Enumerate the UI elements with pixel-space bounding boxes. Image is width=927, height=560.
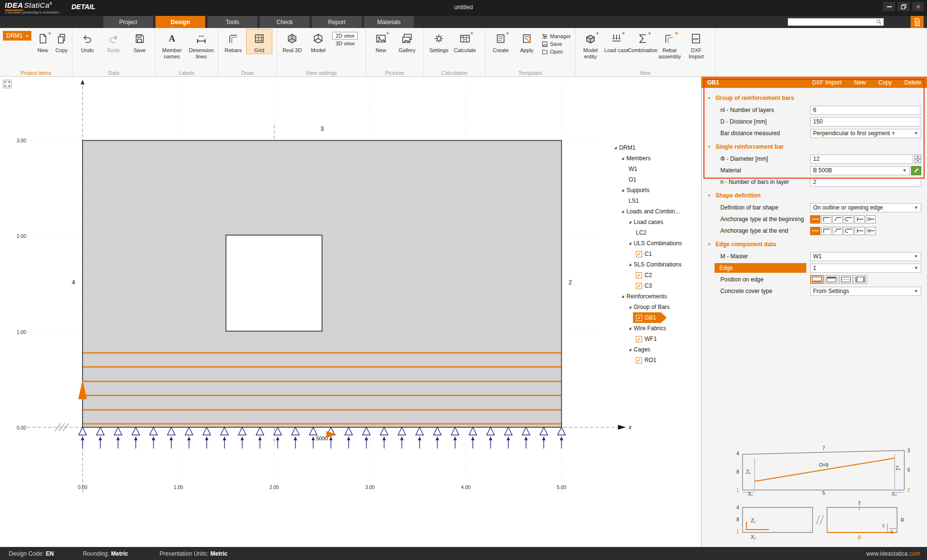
anchorage-hook-135-button[interactable] [832, 227, 843, 235]
tab-tools[interactable]: Tools [208, 16, 257, 28]
tab-design[interactable]: Design [155, 16, 205, 28]
tree-item-cages[interactable]: ◢Cages [611, 344, 650, 355]
tree-item-reinforcements[interactable]: ◢Reinforcements [611, 291, 667, 302]
expand-arrow-icon[interactable]: ◢ [621, 188, 624, 192]
tab-report[interactable]: Report [312, 16, 362, 28]
section-single-reinforcement-bar[interactable]: ▼ Single reinforcement bar [702, 140, 927, 153]
tab-check[interactable]: Check [260, 16, 309, 28]
new-panel-button[interactable]: New [854, 79, 866, 86]
section-edge-component-data[interactable]: ▼ Edge component data [702, 238, 927, 251]
position-top-button[interactable] [825, 275, 838, 284]
anchorage-hook-90-button[interactable] [821, 215, 831, 224]
anchorage-head-button[interactable] [855, 215, 865, 224]
expand-arrow-icon[interactable]: ◢ [629, 305, 631, 309]
anchorage-straight-button[interactable] [810, 227, 820, 235]
dxf-import-panel-button[interactable]: DXF Import [812, 79, 842, 86]
view-3d-button[interactable]: 3D view [332, 40, 358, 47]
search-input[interactable] [788, 19, 876, 25]
edit-material-button[interactable] [911, 166, 921, 175]
grid-button[interactable]: Grid [246, 29, 272, 54]
tab-project[interactable]: Project [103, 16, 153, 28]
expand-arrow-icon[interactable]: ◢ [621, 210, 624, 213]
settings-button[interactable]: Settings [426, 29, 452, 54]
combination-button[interactable]: Combination [630, 29, 656, 54]
new-picture-button[interactable]: New [368, 29, 394, 54]
material-select[interactable]: B 500B▼ [810, 166, 910, 175]
anchorage-head-button[interactable] [855, 227, 865, 235]
template-manager-button[interactable]: Manager [542, 33, 571, 40]
anchorage-loop-button[interactable] [843, 215, 854, 224]
model-view-button[interactable]: Model [305, 29, 331, 54]
tree-item-supports[interactable]: ◢Supports [611, 185, 649, 196]
tree-item-uls-combinations[interactable]: ◢ULS Combinations [611, 238, 682, 249]
view-2d-button[interactable]: 2D view [332, 32, 358, 40]
minimize-button[interactable] [883, 2, 895, 11]
dxf-import-button[interactable]: DXF DXF Import [684, 29, 709, 60]
edge-select[interactable]: 1▼ [810, 264, 921, 273]
tree-item-load-cases[interactable]: ◢Load cases [611, 217, 663, 227]
vis-checkbox[interactable]: ✓ [636, 283, 642, 289]
close-button[interactable]: × [912, 2, 924, 11]
spinner-down-button[interactable]: ▼ [914, 159, 921, 163]
calculate-button[interactable]: Calculate [452, 29, 478, 54]
expand-arrow-icon[interactable]: ◢ [614, 146, 617, 150]
tree-item-ro1[interactable]: ✓RO1 [611, 355, 657, 365]
section-group-of-reinforcement-bars[interactable]: ▼ Group of reinforcement bars [702, 92, 927, 104]
create-template-button[interactable]: Create [488, 29, 514, 54]
apply-template-button[interactable]: Apply [514, 29, 540, 54]
position-middle-button[interactable] [839, 275, 853, 284]
tree-item-w1[interactable]: W1 [611, 164, 637, 174]
tree-item-o1[interactable]: O1 [611, 174, 636, 185]
number-of-layers-input[interactable] [810, 106, 921, 115]
member-names-button[interactable]: A Member names [157, 29, 186, 60]
new-project-item-button[interactable]: New [33, 29, 52, 54]
tree-item-drm1[interactable]: ◢DRM1 [611, 142, 635, 153]
template-save-button[interactable]: Save [542, 41, 571, 47]
gallery-button[interactable]: Gallery [394, 29, 420, 54]
tree-item-loads-and-combin-[interactable]: ◢Loads and Combin... [611, 206, 680, 217]
tree-item-c3[interactable]: ✓C3 [611, 280, 652, 291]
anchorage-straight-button[interactable] [810, 215, 820, 224]
expand-arrow-icon[interactable]: ◢ [629, 241, 631, 245]
expand-arrow-icon[interactable]: ◢ [621, 156, 624, 160]
tab-materials[interactable]: Materials [364, 16, 414, 28]
vis-checkbox[interactable]: ✓ [636, 315, 642, 321]
save-button[interactable]: Save [126, 29, 153, 54]
anchorage-hook-90-button[interactable] [821, 227, 831, 235]
bar-shape-definition-select[interactable]: On outline or opening edge▼ [810, 203, 921, 212]
vis-checkbox[interactable]: ✓ [636, 357, 642, 364]
rebars-button[interactable]: Rebars [220, 29, 246, 54]
template-open-button[interactable]: Open [542, 48, 571, 55]
tree-item-lc2[interactable]: LC2 [611, 227, 646, 238]
bars-in-layer-input[interactable] [810, 178, 921, 187]
vis-checkbox[interactable]: ✓ [636, 272, 642, 279]
anchorage-plate-button[interactable] [866, 215, 876, 224]
anchorage-plate-button[interactable] [866, 227, 876, 235]
position-both-button[interactable] [854, 275, 867, 284]
vis-checkbox[interactable]: ✓ [636, 336, 642, 342]
restore-button[interactable] [898, 2, 910, 11]
anchorage-hook-135-button[interactable] [832, 215, 843, 224]
redo-button[interactable]: Redo [100, 29, 126, 54]
anchorage-loop-button[interactable] [843, 227, 854, 235]
app-menu-button[interactable] [911, 16, 924, 28]
expand-arrow-icon[interactable]: ◢ [629, 348, 631, 351]
tree-item-members[interactable]: ◢Members [611, 153, 650, 164]
vis-checkbox[interactable]: ✓ [636, 251, 642, 257]
expand-arrow-icon[interactable]: ◢ [621, 294, 624, 298]
fit-view-button[interactable] [3, 80, 12, 88]
expand-arrow-icon[interactable]: ◢ [629, 263, 631, 266]
tree-item-c1[interactable]: ✓C1 [611, 249, 652, 259]
model-canvas[interactable]: x3.002.001.000.000.001.002.003.004.005.0… [0, 77, 701, 547]
rebar-assembly-button[interactable]: Rebar assembly [656, 29, 684, 60]
position-bottom-button[interactable] [810, 275, 824, 284]
tree-item-gb1[interactable]: ✓GB1 [633, 312, 667, 323]
tree-item-sls-combinations[interactable]: ◢SLS Combinations [611, 259, 682, 270]
copy-project-item-button[interactable]: Copy [52, 29, 71, 54]
spinner-up-button[interactable]: ▲ [914, 154, 921, 159]
delete-panel-button[interactable]: Delete [904, 79, 921, 86]
undo-button[interactable]: Undo [74, 29, 100, 54]
master-select[interactable]: W1▼ [810, 252, 921, 261]
tree-item-group-of-bars[interactable]: ◢Group of Bars [611, 302, 670, 312]
section-shape-definition[interactable]: ▼ Shape definition [702, 189, 927, 202]
